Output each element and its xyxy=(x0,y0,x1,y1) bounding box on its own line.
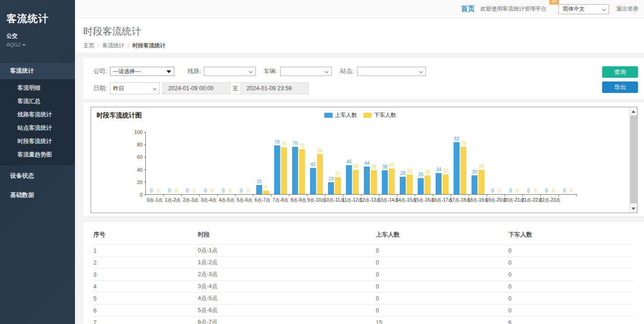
bar-value-label: 26 xyxy=(418,173,423,177)
sidebar-item-trend-chart[interactable]: 客流量趋势图 xyxy=(0,148,75,162)
bar-boarding xyxy=(436,173,442,194)
bar-value-label: 76 xyxy=(461,141,466,146)
bar-value-label: 39 xyxy=(353,164,358,169)
bar-value-label: 44 xyxy=(364,161,369,166)
bar-group: 384113点-14点 xyxy=(380,132,397,194)
x-axis-tick xyxy=(397,194,397,197)
y-axis-label: 60 xyxy=(129,154,143,160)
line-select[interactable] xyxy=(204,67,256,76)
query-button[interactable]: 查询 xyxy=(602,66,638,78)
bar-column: 83 xyxy=(454,137,460,194)
col-header-boarding: 上车人数 xyxy=(376,226,508,245)
col-header-period: 时段 xyxy=(198,226,376,245)
date-preset-select[interactable]: 昨日 xyxy=(110,82,160,94)
chevron-down-icon xyxy=(602,7,606,11)
bar-group: 192710点-11点 xyxy=(325,132,343,194)
scroll-up-arrow[interactable] xyxy=(630,108,637,115)
bar-group: 76728点-9点 xyxy=(289,132,307,194)
x-axis-label: 4点-5点 xyxy=(218,197,234,203)
scroll-down-arrow[interactable] xyxy=(630,205,637,212)
sidebar-item-base-data[interactable]: 基础数据 xyxy=(0,186,75,204)
bar-column: 28 xyxy=(400,171,406,194)
bar-alighting xyxy=(263,191,269,194)
bar-value-label: 34 xyxy=(436,168,441,172)
vehicle-select[interactable] xyxy=(280,67,332,76)
bar-column: 0 xyxy=(526,189,532,194)
cell-alighting: 6 xyxy=(508,317,634,324)
table-body: 10点-1点0021点-2点0032点-3点0043点-4点0054点-5点00… xyxy=(93,245,634,324)
bar-value-label: 30 xyxy=(472,170,477,174)
org-label: 公交 xyxy=(6,32,69,40)
cell-index: 7 xyxy=(93,317,198,324)
bar-column: 0 xyxy=(173,189,179,194)
bar-column: 0 xyxy=(167,189,172,194)
x-axis-tick xyxy=(253,194,253,197)
y-axis-tick xyxy=(144,145,146,145)
sidebar-item-period-stats[interactable]: 时段客流统计 xyxy=(0,135,75,148)
bar-column: 0 xyxy=(489,189,495,194)
bar-column: 0 xyxy=(238,189,244,194)
bar-column: 42 xyxy=(310,162,316,194)
x-axis-tick xyxy=(523,194,523,197)
bar-column: 0 xyxy=(149,189,155,194)
bar-column: 0 xyxy=(544,189,550,194)
page-heading: 时段客流统计 主页 / 客流统计 / 时段客流统计 xyxy=(75,18,644,53)
bar-group: 837617点-18点 xyxy=(451,132,469,194)
breadcrumb-home[interactable]: 主页 xyxy=(83,42,94,50)
sidebar-item-device-status[interactable]: 设备状态 xyxy=(0,167,75,185)
sidebar-item-line-stats[interactable]: 线路客流统计 xyxy=(0,108,75,122)
sidebar-item-passenger-detail[interactable]: 客流明细 xyxy=(0,81,75,95)
cell-period: 2点-3点 xyxy=(198,269,376,281)
scrollbar-thumb[interactable] xyxy=(630,116,637,203)
x-axis-tick xyxy=(415,194,415,197)
triangle-down-icon xyxy=(167,70,171,73)
col-header-alighting: 下车人数 xyxy=(508,226,634,245)
bar-column: 32 xyxy=(443,169,448,195)
breadcrumb-passenger-stats[interactable]: 客流统计 xyxy=(102,42,124,50)
language-select[interactable]: 简体中文 xyxy=(558,4,609,14)
start-datetime-input[interactable]: 2024-01-09 00:00 xyxy=(162,82,230,94)
bar-value-label: 32 xyxy=(443,169,448,174)
home-link[interactable]: 首页 xyxy=(461,5,475,13)
x-axis-tick xyxy=(181,194,182,197)
cell-boarding: 15 xyxy=(376,317,508,324)
sidebar-item-passenger-summary[interactable]: 客流汇总 xyxy=(0,95,75,108)
bar-group: 00 xyxy=(559,132,577,194)
chart-scrollbar[interactable] xyxy=(629,107,637,213)
legend-label: 下车人数 xyxy=(374,111,396,119)
bar-value-label: 64 xyxy=(317,149,322,153)
y-axis-label: 20 xyxy=(129,179,143,185)
y-axis-tick xyxy=(144,157,146,157)
user-menu[interactable]: AQGJ xyxy=(6,42,69,47)
y-axis-tick xyxy=(144,169,146,170)
date-to-label: 至 xyxy=(230,82,241,94)
date-preset-value: 昨日 xyxy=(113,85,124,93)
sidebar-item-passenger-stats[interactable]: 客流统计 xyxy=(0,62,75,79)
legend-item-alighting[interactable]: 下车人数 xyxy=(363,111,396,119)
bar-column: 30 xyxy=(425,170,431,194)
sidebar-item-station-stats[interactable]: 站点客流统计 xyxy=(0,122,75,135)
end-datetime-input[interactable]: 2024-01-09 23:59 xyxy=(241,82,309,94)
chart-panel: 时段车流统计图 上车人数 下车人数 000点-1点001点-2点002点-3点0… xyxy=(91,107,638,213)
bar-value-label: 32 xyxy=(407,169,412,174)
legend-label: 上车人数 xyxy=(335,111,357,119)
x-axis-label: 6点-7点 xyxy=(255,197,270,203)
bar-value-label: 0 xyxy=(150,189,153,193)
company-select[interactable]: ---请选择--- xyxy=(110,67,174,76)
bar-alighting xyxy=(407,174,413,195)
y-axis-tick xyxy=(144,182,146,182)
bar-boarding xyxy=(274,145,280,194)
x-axis-tick xyxy=(505,194,505,197)
bar-column: 6 xyxy=(263,185,269,194)
bar-value-label: 6 xyxy=(265,185,268,190)
export-button[interactable]: 导出 xyxy=(602,81,638,93)
sidebar-nav: 客流统计 客流明细 客流汇总 线路客流统计 站点客流统计 时段客流统计 客流量趋… xyxy=(0,62,75,204)
legend-item-boarding[interactable]: 上车人数 xyxy=(324,111,357,119)
table-row: 43点-4点00 xyxy=(93,281,634,293)
station-select[interactable] xyxy=(357,67,426,76)
company-value: ---请选择--- xyxy=(113,68,141,75)
logout-link[interactable]: 退出登录 xyxy=(616,5,638,13)
table-row: 76点-7点156 xyxy=(93,317,634,324)
chevron-down-icon xyxy=(419,69,422,73)
chevron-down-icon xyxy=(153,87,156,90)
